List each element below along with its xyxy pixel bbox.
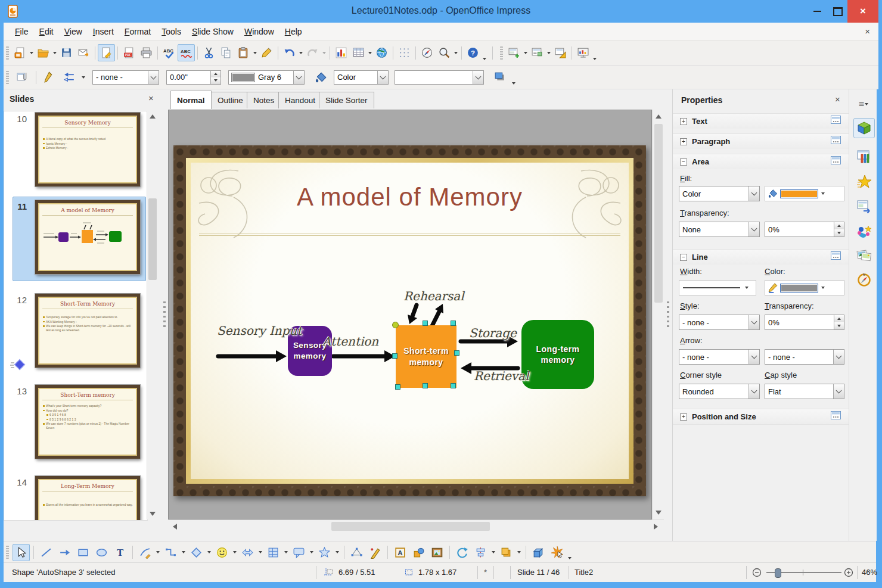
- fill-type-select[interactable]: Color: [334, 70, 389, 85]
- dropdown-arrow-icon[interactable]: [524, 52, 527, 54]
- dropdown-arrow-icon[interactable]: [310, 551, 313, 553]
- new-presentation-button[interactable]: [11, 44, 29, 61]
- edit-mode-button[interactable]: [98, 44, 115, 61]
- email-button[interactable]: [75, 44, 92, 61]
- dropdown-arrow-icon[interactable]: [299, 52, 303, 54]
- tab-outline[interactable]: Outline: [211, 92, 250, 108]
- spin-up-icon[interactable]: [834, 315, 844, 322]
- dropdown-arrow-icon[interactable]: [821, 192, 825, 195]
- help-button[interactable]: ?: [464, 44, 482, 61]
- dropdown-arrow-icon[interactable]: [253, 52, 257, 54]
- scroll-up-icon[interactable]: [656, 114, 662, 119]
- flowcharts-button[interactable]: [265, 544, 282, 561]
- corner-style-select[interactable]: Rounded: [679, 384, 760, 399]
- line-color-picker[interactable]: [765, 280, 844, 295]
- menu-edit[interactable]: Edit: [34, 24, 59, 39]
- scroll-up-icon[interactable]: [150, 114, 156, 119]
- dropdown-arrow-icon[interactable]: [821, 287, 825, 289]
- transparency-stepper[interactable]: 0%: [765, 222, 844, 237]
- close-panel-icon[interactable]: ×: [148, 93, 154, 103]
- curve-tool-button[interactable]: [136, 544, 154, 561]
- clone-formatting-button[interactable]: [258, 44, 275, 61]
- menu-insert[interactable]: Insert: [88, 24, 119, 39]
- shadow-button[interactable]: [491, 69, 508, 86]
- area-style-button[interactable]: [312, 69, 329, 86]
- selection-handle[interactable]: [423, 383, 428, 388]
- tab-master-pages[interactable]: [853, 197, 875, 217]
- scrollbar-thumb[interactable]: [148, 198, 157, 280]
- connector-tool-button[interactable]: [162, 544, 179, 561]
- close-button[interactable]: ×: [847, 0, 878, 23]
- insert-table-button[interactable]: [350, 44, 367, 61]
- menu-file[interactable]: File: [10, 24, 34, 39]
- rectangle-tool-button[interactable]: [74, 544, 92, 561]
- selection-handle[interactable]: [451, 383, 456, 388]
- select-tool-button[interactable]: [13, 544, 30, 561]
- slide-thumbnail-12[interactable]: Short-Term Memory Temporary storage for …: [35, 294, 140, 368]
- save-button[interactable]: [58, 44, 75, 61]
- slide-canvas[interactable]: A model of Memory: [173, 145, 646, 496]
- combo-arrow-icon[interactable]: [833, 350, 844, 364]
- callouts-button[interactable]: [290, 544, 308, 561]
- tab-normal[interactable]: Normal: [170, 91, 212, 109]
- spin-down-icon[interactable]: [834, 229, 844, 237]
- combo-arrow-icon[interactable]: [377, 71, 388, 84]
- dialog-launcher-icon[interactable]: [831, 411, 841, 419]
- collapse-icon[interactable]: −: [680, 158, 687, 166]
- toolbar-grip[interactable]: [6, 546, 9, 559]
- tab-notes[interactable]: Notes: [247, 92, 281, 108]
- spin-up-icon[interactable]: [834, 222, 844, 229]
- new-slide-button[interactable]: [505, 44, 523, 61]
- menu-tools[interactable]: Tools: [156, 24, 187, 39]
- close-document-icon[interactable]: ×: [865, 26, 870, 36]
- dropdown-arrow-icon[interactable]: [517, 551, 521, 553]
- line-width-stepper[interactable]: 0.00": [166, 70, 221, 85]
- toolbar-grip[interactable]: [6, 46, 9, 60]
- slide-design-button[interactable]: [552, 44, 569, 61]
- insert-chart-button[interactable]: [333, 44, 350, 61]
- toolbar-overflow-button[interactable]: [482, 44, 487, 62]
- dropdown-arrow-icon[interactable]: [454, 52, 458, 54]
- tab-handout[interactable]: Handout: [278, 92, 322, 108]
- line-attributes-button[interactable]: [41, 69, 58, 86]
- animation-indicator-icon[interactable]: [10, 358, 26, 372]
- navigator-button[interactable]: [418, 44, 436, 61]
- horizontal-scrollbar[interactable]: [168, 519, 664, 533]
- scroll-down-icon[interactable]: [150, 512, 156, 516]
- toolbar-overflow-button[interactable]: [511, 69, 517, 86]
- hyperlink-button[interactable]: [373, 44, 390, 61]
- cut-button[interactable]: [200, 44, 218, 61]
- collapse-icon[interactable]: −: [680, 254, 687, 261]
- fill-color-select[interactable]: [395, 70, 484, 85]
- open-button[interactable]: [35, 44, 52, 61]
- section-line[interactable]: −Line: [673, 249, 849, 265]
- toolbar-overflow-button[interactable]: [567, 543, 573, 561]
- start-slideshow-button[interactable]: [574, 44, 592, 61]
- combo-arrow-icon[interactable]: [473, 71, 483, 84]
- scroll-down-icon[interactable]: [656, 511, 662, 515]
- scroll-right-icon[interactable]: [654, 524, 658, 530]
- vertical-scrollbar[interactable]: [652, 110, 664, 519]
- arrange-button[interactable]: [498, 544, 515, 561]
- combo-arrow-icon[interactable]: [749, 315, 759, 329]
- line-style-select[interactable]: - none -: [92, 70, 159, 85]
- scroll-left-icon[interactable]: [173, 524, 177, 530]
- section-area[interactable]: −Area: [673, 154, 849, 169]
- print-button[interactable]: [138, 44, 155, 61]
- dropdown-arrow-icon[interactable]: [368, 52, 372, 54]
- scrollbar-thumb[interactable]: [654, 124, 663, 303]
- fontwork-gallery-button[interactable]: A: [392, 544, 409, 561]
- symbol-shapes-button[interactable]: [213, 544, 231, 561]
- redo-button[interactable]: [304, 44, 321, 61]
- tab-slide-transition[interactable]: [853, 147, 875, 167]
- ellipse-tool-button[interactable]: [93, 544, 110, 561]
- undo-button[interactable]: [281, 44, 298, 61]
- expand-icon[interactable]: +: [680, 138, 687, 145]
- long-term-memory-box[interactable]: Long-term memory: [521, 320, 594, 389]
- minimize-button[interactable]: [806, 0, 828, 23]
- slide-thumbnail-14[interactable]: Long-Term Memory Stores all the informat…: [35, 476, 140, 521]
- styles-dialog-button[interactable]: [14, 69, 31, 86]
- panel-splitter[interactable]: [161, 89, 168, 541]
- combo-arrow-icon[interactable]: [833, 384, 844, 399]
- close-panel-icon[interactable]: ×: [835, 94, 840, 104]
